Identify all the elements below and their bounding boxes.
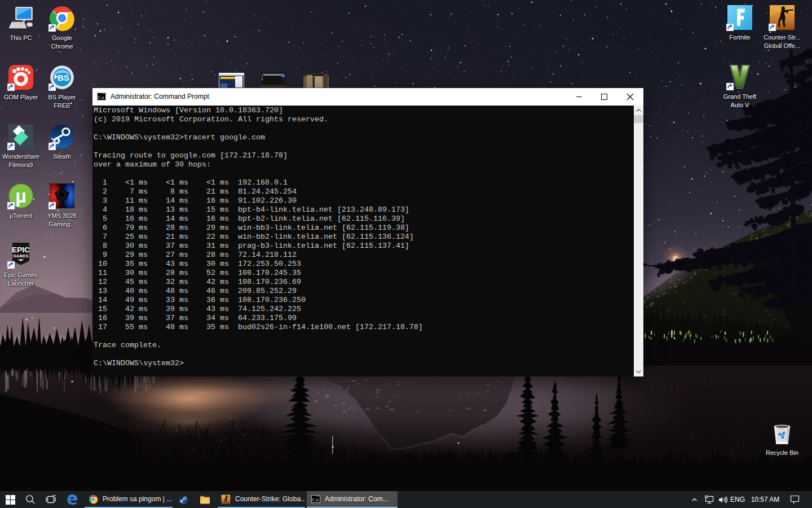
svg-text:C:\: C:\	[98, 96, 105, 100]
svg-text:C:\: C:\	[312, 498, 319, 502]
svg-text:µ: µ	[15, 185, 27, 207]
svg-text:GAMES: GAMES	[13, 254, 28, 258]
svg-text:EPIC: EPIC	[12, 246, 30, 254]
svg-text:BS: BS	[58, 73, 69, 82]
